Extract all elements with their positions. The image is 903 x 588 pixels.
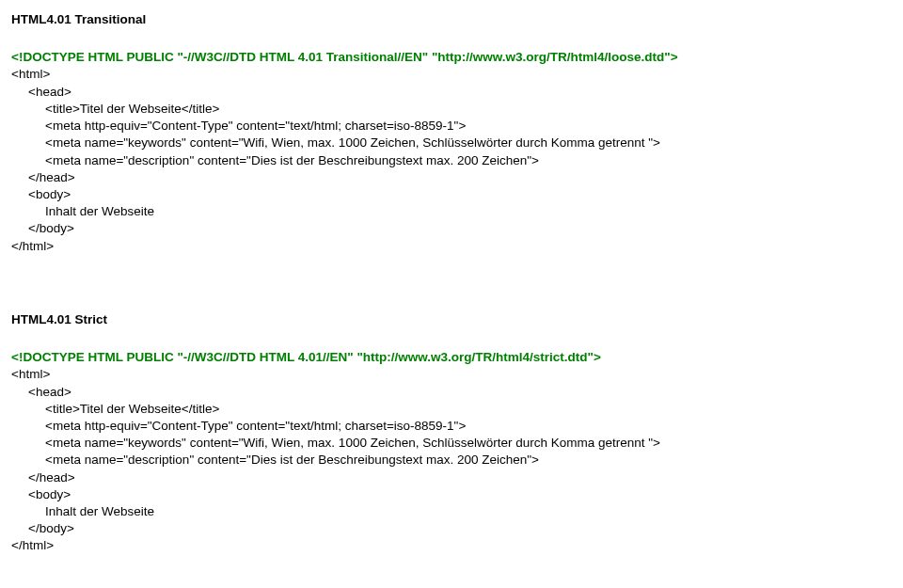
code-line: <html> — [11, 66, 892, 83]
code-line: <meta http-equiv="Content-Type" content=… — [11, 418, 892, 435]
doctype-strict: <!DOCTYPE HTML PUBLIC "-//W3C//DTD HTML … — [11, 349, 892, 366]
code-line: Inhalt der Webseite — [11, 203, 892, 220]
code-line: <meta name="description" content="Dies i… — [11, 152, 892, 169]
code-line: </body> — [11, 220, 892, 237]
code-line: <meta name="description" content="Dies i… — [11, 452, 892, 469]
code-line: </head> — [11, 469, 892, 486]
code-line: <body> — [11, 486, 892, 503]
section-heading-strict: HTML4.01 Strict — [11, 311, 892, 328]
code-line: <meta http-equiv="Content-Type" content=… — [11, 118, 892, 135]
code-line: </body> — [11, 520, 892, 537]
code-line: </head> — [11, 169, 892, 186]
code-line: <title>Titel der Webseite</title> — [11, 101, 892, 118]
code-line: </html> — [11, 537, 892, 554]
code-line: <meta name="keywords" content="Wifi, Wie… — [11, 435, 892, 452]
code-line: <html> — [11, 366, 892, 383]
code-line: <title>Titel der Webseite</title> — [11, 401, 892, 418]
code-line: <head> — [11, 84, 892, 101]
code-line: <meta name="keywords" content="Wifi, Wie… — [11, 135, 892, 151]
section-heading-transitional: HTML4.01 Transitional — [11, 11, 892, 28]
code-line: Inhalt der Webseite — [11, 503, 892, 520]
code-line: </html> — [11, 238, 892, 255]
doctype-transitional: <!DOCTYPE HTML PUBLIC "-//W3C//DTD HTML … — [11, 49, 892, 66]
code-line: <body> — [11, 186, 892, 203]
code-line: <head> — [11, 384, 892, 401]
